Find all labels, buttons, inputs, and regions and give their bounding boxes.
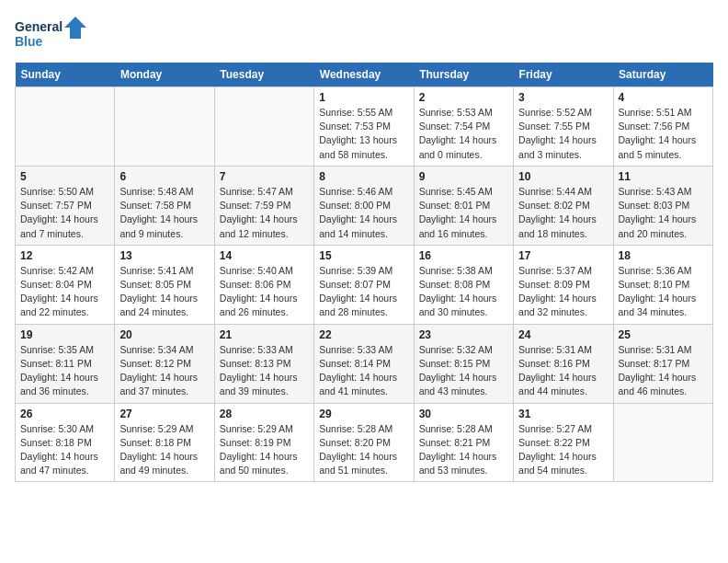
day-number: 14 bbox=[220, 249, 309, 262]
day-info: Sunrise: 5:36 AM Sunset: 8:10 PM Dayligh… bbox=[619, 264, 708, 320]
calendar-cell: 17Sunrise: 5:37 AM Sunset: 8:09 PM Dayli… bbox=[514, 245, 613, 324]
day-number: 31 bbox=[518, 408, 608, 420]
day-number: 19 bbox=[20, 328, 109, 341]
calendar-cell bbox=[613, 403, 712, 482]
day-info: Sunrise: 5:34 AM Sunset: 8:12 PM Dayligh… bbox=[119, 343, 209, 399]
calendar-cell: 28Sunrise: 5:29 AM Sunset: 8:19 PM Dayli… bbox=[214, 403, 313, 482]
day-info: Sunrise: 5:46 AM Sunset: 8:00 PM Dayligh… bbox=[319, 185, 408, 241]
day-info: Sunrise: 5:55 AM Sunset: 7:53 PM Dayligh… bbox=[319, 106, 408, 162]
day-number: 8 bbox=[319, 170, 408, 183]
day-number: 4 bbox=[619, 91, 708, 104]
calendar-cell: 14Sunrise: 5:40 AM Sunset: 8:06 PM Dayli… bbox=[214, 245, 313, 324]
day-number: 23 bbox=[419, 328, 508, 341]
calendar-cell: 18Sunrise: 5:36 AM Sunset: 8:10 PM Dayli… bbox=[613, 245, 712, 324]
day-number: 28 bbox=[220, 408, 309, 420]
calendar-week-row: 5Sunrise: 5:50 AM Sunset: 7:57 PM Daylig… bbox=[16, 166, 713, 245]
day-info: Sunrise: 5:30 AM Sunset: 8:18 PM Dayligh… bbox=[20, 422, 109, 478]
day-info: Sunrise: 5:50 AM Sunset: 7:57 PM Dayligh… bbox=[20, 185, 109, 241]
day-info: Sunrise: 5:45 AM Sunset: 8:01 PM Dayligh… bbox=[419, 185, 508, 241]
day-number: 29 bbox=[319, 408, 408, 420]
page-header: General Blue bbox=[15, 15, 713, 52]
weekday-header-sunday: Sunday bbox=[16, 63, 115, 87]
svg-text:General: General bbox=[15, 19, 63, 34]
day-number: 27 bbox=[119, 408, 209, 420]
day-number: 2 bbox=[419, 91, 508, 104]
day-number: 7 bbox=[220, 170, 309, 183]
calendar-cell: 29Sunrise: 5:28 AM Sunset: 8:20 PM Dayli… bbox=[314, 403, 414, 482]
day-info: Sunrise: 5:51 AM Sunset: 7:56 PM Dayligh… bbox=[619, 106, 708, 162]
calendar-cell bbox=[16, 87, 115, 167]
day-number: 13 bbox=[119, 249, 209, 262]
calendar-cell bbox=[115, 87, 214, 167]
logo-svg: General Blue bbox=[15, 15, 88, 52]
day-info: Sunrise: 5:33 AM Sunset: 8:14 PM Dayligh… bbox=[319, 343, 408, 399]
day-info: Sunrise: 5:41 AM Sunset: 8:05 PM Dayligh… bbox=[119, 264, 209, 320]
calendar-cell: 30Sunrise: 5:28 AM Sunset: 8:21 PM Dayli… bbox=[414, 403, 513, 482]
calendar-cell: 2Sunrise: 5:53 AM Sunset: 7:54 PM Daylig… bbox=[414, 87, 513, 167]
day-info: Sunrise: 5:35 AM Sunset: 8:11 PM Dayligh… bbox=[20, 343, 109, 399]
day-info: Sunrise: 5:37 AM Sunset: 8:09 PM Dayligh… bbox=[518, 264, 608, 320]
calendar-cell: 31Sunrise: 5:27 AM Sunset: 8:22 PM Dayli… bbox=[514, 403, 613, 482]
weekday-header-monday: Monday bbox=[115, 63, 214, 87]
svg-text:Blue: Blue bbox=[15, 34, 43, 49]
day-info: Sunrise: 5:31 AM Sunset: 8:17 PM Dayligh… bbox=[619, 343, 708, 399]
calendar-cell: 20Sunrise: 5:34 AM Sunset: 8:12 PM Dayli… bbox=[115, 324, 214, 403]
calendar-cell bbox=[214, 87, 313, 167]
day-info: Sunrise: 5:39 AM Sunset: 8:07 PM Dayligh… bbox=[319, 264, 408, 320]
day-info: Sunrise: 5:40 AM Sunset: 8:06 PM Dayligh… bbox=[220, 264, 309, 320]
calendar-cell: 3Sunrise: 5:52 AM Sunset: 7:55 PM Daylig… bbox=[514, 87, 613, 167]
day-info: Sunrise: 5:53 AM Sunset: 7:54 PM Dayligh… bbox=[419, 106, 508, 162]
day-number: 15 bbox=[319, 249, 408, 262]
calendar-cell: 1Sunrise: 5:55 AM Sunset: 7:53 PM Daylig… bbox=[314, 87, 414, 167]
day-info: Sunrise: 5:33 AM Sunset: 8:13 PM Dayligh… bbox=[220, 343, 309, 399]
day-number: 11 bbox=[619, 170, 708, 183]
calendar-week-row: 26Sunrise: 5:30 AM Sunset: 8:18 PM Dayli… bbox=[16, 403, 713, 482]
calendar-cell: 4Sunrise: 5:51 AM Sunset: 7:56 PM Daylig… bbox=[613, 87, 712, 167]
day-info: Sunrise: 5:31 AM Sunset: 8:16 PM Dayligh… bbox=[518, 343, 608, 399]
day-number: 12 bbox=[20, 249, 109, 262]
day-info: Sunrise: 5:32 AM Sunset: 8:15 PM Dayligh… bbox=[419, 343, 508, 399]
day-info: Sunrise: 5:29 AM Sunset: 8:19 PM Dayligh… bbox=[220, 422, 309, 478]
calendar-cell: 10Sunrise: 5:44 AM Sunset: 8:02 PM Dayli… bbox=[514, 166, 613, 245]
calendar-cell: 7Sunrise: 5:47 AM Sunset: 7:59 PM Daylig… bbox=[214, 166, 313, 245]
weekday-header-wednesday: Wednesday bbox=[314, 63, 414, 87]
weekday-header-saturday: Saturday bbox=[613, 63, 712, 87]
day-info: Sunrise: 5:42 AM Sunset: 8:04 PM Dayligh… bbox=[20, 264, 109, 320]
calendar-cell: 26Sunrise: 5:30 AM Sunset: 8:18 PM Dayli… bbox=[16, 403, 115, 482]
day-info: Sunrise: 5:27 AM Sunset: 8:22 PM Dayligh… bbox=[518, 422, 608, 478]
day-number: 9 bbox=[419, 170, 508, 183]
day-info: Sunrise: 5:47 AM Sunset: 7:59 PM Dayligh… bbox=[220, 185, 309, 241]
calendar-week-row: 12Sunrise: 5:42 AM Sunset: 8:04 PM Dayli… bbox=[16, 245, 713, 324]
calendar-cell: 16Sunrise: 5:38 AM Sunset: 8:08 PM Dayli… bbox=[414, 245, 513, 324]
day-info: Sunrise: 5:38 AM Sunset: 8:08 PM Dayligh… bbox=[419, 264, 508, 320]
day-number: 24 bbox=[518, 328, 608, 341]
day-info: Sunrise: 5:28 AM Sunset: 8:21 PM Dayligh… bbox=[419, 422, 508, 478]
calendar-cell: 24Sunrise: 5:31 AM Sunset: 8:16 PM Dayli… bbox=[514, 324, 613, 403]
calendar-cell: 13Sunrise: 5:41 AM Sunset: 8:05 PM Dayli… bbox=[115, 245, 214, 324]
day-number: 30 bbox=[419, 408, 508, 420]
calendar-cell: 27Sunrise: 5:29 AM Sunset: 8:18 PM Dayli… bbox=[115, 403, 214, 482]
calendar-cell: 25Sunrise: 5:31 AM Sunset: 8:17 PM Dayli… bbox=[613, 324, 712, 403]
calendar-week-row: 1Sunrise: 5:55 AM Sunset: 7:53 PM Daylig… bbox=[16, 87, 713, 167]
calendar-cell: 23Sunrise: 5:32 AM Sunset: 8:15 PM Dayli… bbox=[414, 324, 513, 403]
calendar-cell: 12Sunrise: 5:42 AM Sunset: 8:04 PM Dayli… bbox=[16, 245, 115, 324]
calendar-cell: 21Sunrise: 5:33 AM Sunset: 8:13 PM Dayli… bbox=[214, 324, 313, 403]
weekday-header-row: SundayMondayTuesdayWednesdayThursdayFrid… bbox=[16, 63, 713, 87]
day-info: Sunrise: 5:43 AM Sunset: 8:03 PM Dayligh… bbox=[619, 185, 708, 241]
calendar-table: SundayMondayTuesdayWednesdayThursdayFrid… bbox=[15, 63, 713, 482]
day-number: 5 bbox=[20, 170, 109, 183]
calendar-cell: 6Sunrise: 5:48 AM Sunset: 7:58 PM Daylig… bbox=[115, 166, 214, 245]
day-number: 17 bbox=[518, 249, 608, 262]
calendar-cell: 5Sunrise: 5:50 AM Sunset: 7:57 PM Daylig… bbox=[16, 166, 115, 245]
day-number: 3 bbox=[518, 91, 608, 104]
day-number: 22 bbox=[319, 328, 408, 341]
day-number: 25 bbox=[619, 328, 708, 341]
day-number: 26 bbox=[20, 408, 109, 420]
day-number: 10 bbox=[518, 170, 608, 183]
calendar-cell: 22Sunrise: 5:33 AM Sunset: 8:14 PM Dayli… bbox=[314, 324, 414, 403]
day-info: Sunrise: 5:48 AM Sunset: 7:58 PM Dayligh… bbox=[119, 185, 209, 241]
logo: General Blue bbox=[15, 15, 88, 52]
svg-marker-2 bbox=[64, 17, 86, 39]
calendar-cell: 9Sunrise: 5:45 AM Sunset: 8:01 PM Daylig… bbox=[414, 166, 513, 245]
day-number: 1 bbox=[319, 91, 408, 104]
